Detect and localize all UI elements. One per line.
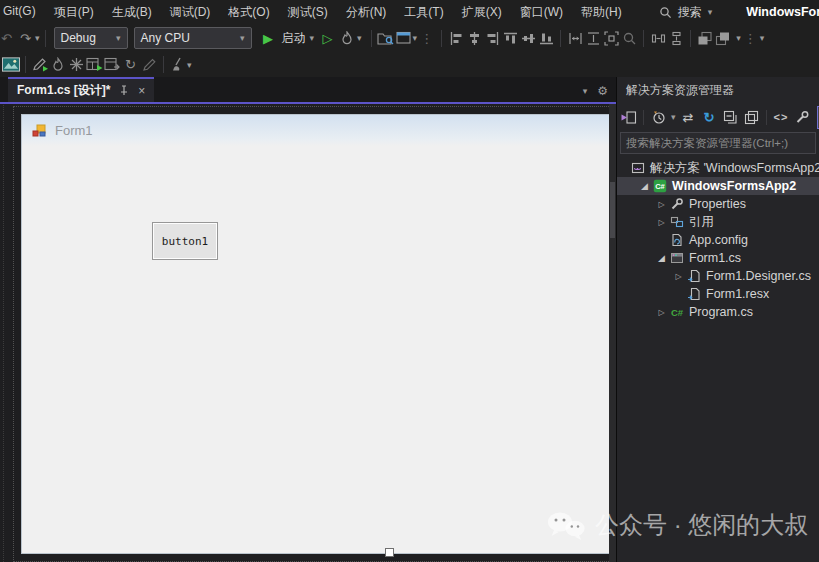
menu-item[interactable]: 窗口(W) xyxy=(511,4,572,21)
tree-row[interactable]: C# C# Program.cs xyxy=(617,303,819,321)
pen-disabled-button[interactable] xyxy=(140,56,158,74)
tree-row[interactable]: C# C# Form1.resx xyxy=(617,285,819,303)
form-client-area[interactable]: button1 xyxy=(22,146,612,553)
zoom-button[interactable] xyxy=(620,29,638,47)
menu-item[interactable]: 测试(S) xyxy=(279,4,337,21)
form-resize-handle[interactable] xyxy=(385,548,394,557)
platform-select[interactable]: Any CPU ▾ xyxy=(134,27,252,49)
search-menu-button[interactable]: 搜索 ▾ xyxy=(651,4,721,21)
horizontal-spacing-button[interactable] xyxy=(649,29,667,47)
vs-window: Git(G)项目(P)生成(B)调试(D)格式(O)测试(S)分析(N)工具(T… xyxy=(0,0,819,562)
properties-button[interactable] xyxy=(794,107,811,127)
tree-row[interactable]: C# C# WindowsFormsApp2 xyxy=(617,177,819,195)
design-form[interactable]: Form1 button1 xyxy=(22,115,612,553)
burst-button[interactable] xyxy=(67,56,85,74)
table-play-button[interactable] xyxy=(85,56,103,74)
gear-icon[interactable]: ⚙ xyxy=(597,84,608,98)
expander-icon[interactable] xyxy=(655,218,668,227)
view-code-button[interactable]: <> xyxy=(773,107,790,127)
send-to-back-button[interactable] xyxy=(714,29,732,47)
document-list-chevron-icon[interactable]: ▾ xyxy=(583,86,588,96)
size-to-grid-button[interactable] xyxy=(602,29,620,47)
tree-row[interactable]: C# C# 解决方案 'WindowsFormsApp2' (1 xyxy=(617,159,819,177)
make-same-width-button[interactable] xyxy=(566,29,584,47)
redo-chevron-icon[interactable]: ▾ xyxy=(35,33,40,43)
align-tops-button[interactable] xyxy=(501,29,519,47)
configuration-select[interactable]: Debug ▾ xyxy=(54,27,128,49)
tree-row[interactable]: C# C# Properties xyxy=(617,195,819,213)
designer-vertical-scrollbar[interactable] xyxy=(609,104,616,562)
collapse-all-button[interactable] xyxy=(722,107,739,127)
solution-search-input[interactable] xyxy=(620,132,816,154)
make-same-height-button[interactable] xyxy=(584,29,602,47)
align-lefts-button[interactable] xyxy=(447,29,465,47)
toolbar-grip-icon[interactable]: ⋮ xyxy=(741,32,760,45)
menu-item[interactable]: 格式(O) xyxy=(219,4,278,21)
toolbar-options-chevron-icon[interactable]: ▾ xyxy=(760,33,765,43)
search-label: 搜索 xyxy=(678,4,702,21)
search-icon xyxy=(659,6,672,19)
scrollbar-thumb[interactable] xyxy=(610,182,615,238)
pending-changes-clock-button[interactable] xyxy=(650,107,667,127)
redo-button[interactable]: ↷ xyxy=(16,32,35,45)
menu-item[interactable]: 分析(N) xyxy=(337,4,396,21)
vertical-spacing-button[interactable] xyxy=(667,29,685,47)
menu-item[interactable]: 工具(T) xyxy=(395,4,452,21)
hot-reload-fire-button[interactable] xyxy=(49,56,67,74)
tree-row[interactable]: C# C# Form1.cs xyxy=(617,249,819,267)
tab-form1-designer[interactable]: Form1.cs [设计]* × xyxy=(8,77,154,102)
menu-item[interactable]: 生成(B) xyxy=(103,4,161,21)
menu-item[interactable]: 扩展(X) xyxy=(453,4,511,21)
pin-icon[interactable] xyxy=(119,85,129,96)
expander-icon[interactable] xyxy=(655,253,668,263)
toolbar-options-chevron-icon[interactable]: ▾ xyxy=(187,60,192,70)
find-in-files-button[interactable] xyxy=(377,29,395,47)
toolbar-separator xyxy=(163,56,164,73)
refresh-icon[interactable]: ↻ xyxy=(701,107,718,127)
align-bottoms-button[interactable] xyxy=(537,29,555,47)
table-arrow-button[interactable] xyxy=(103,56,121,74)
expander-icon[interactable] xyxy=(655,308,668,317)
play-icon: ▶ xyxy=(259,32,278,45)
start-debug-button[interactable]: ▶ 启动 ▾ xyxy=(255,27,319,49)
preview-selected-items-button[interactable] xyxy=(743,107,760,127)
tree-item-icon: C# C# xyxy=(629,161,647,175)
toolbar-separator xyxy=(560,30,561,47)
folder-search-icon xyxy=(377,31,394,46)
close-icon[interactable]: × xyxy=(138,84,145,98)
menu-item[interactable]: 帮助(H) xyxy=(572,4,631,21)
bring-to-front-button[interactable] xyxy=(696,29,714,47)
undo-button[interactable]: ↶ xyxy=(0,32,16,45)
form-app-icon xyxy=(31,123,47,139)
broom-button[interactable] xyxy=(169,56,187,74)
window-icon xyxy=(396,31,412,45)
tree-row[interactable]: C# C# Form1.Designer.cs xyxy=(617,267,819,285)
designer-image-icon xyxy=(2,56,20,74)
menu-item[interactable]: 项目(P) xyxy=(45,4,103,21)
toolbar-grip-icon[interactable]: ⋮ xyxy=(417,32,436,45)
toolbar-separator xyxy=(441,30,442,47)
refresh-button[interactable]: ↻ xyxy=(121,58,140,71)
tree-row[interactable]: C# C# 引用 xyxy=(617,213,819,231)
expander-icon[interactable] xyxy=(638,181,651,191)
align-centers-button[interactable] xyxy=(465,29,483,47)
switch-views-button[interactable] xyxy=(620,107,637,127)
chevron-down-icon[interactable]: ▾ xyxy=(671,112,676,122)
button1-control[interactable]: button1 xyxy=(152,222,218,260)
sync-with-active-document-button[interactable]: ⇄ xyxy=(680,107,697,127)
menu-item[interactable]: Git(G) xyxy=(0,4,45,21)
tab-bar: Form1.cs [设计]* × ▾ ⚙ xyxy=(0,77,616,104)
apply-code-changes-button[interactable] xyxy=(31,56,49,74)
start-without-debug-button[interactable]: ▷ xyxy=(318,32,337,45)
expander-icon[interactable] xyxy=(672,272,685,281)
menu-item[interactable]: 调试(D) xyxy=(161,4,220,21)
hot-reload-button[interactable]: ▾ xyxy=(337,27,366,49)
form-titlebar: Form1 xyxy=(22,115,612,146)
view-designer-button[interactable] xyxy=(395,29,413,47)
align-middles-button[interactable] xyxy=(519,29,537,47)
forms-designer-surface[interactable]: Form1 button1 xyxy=(0,104,616,562)
expander-icon[interactable] xyxy=(655,200,668,209)
tree-row[interactable]: C# C# App.config xyxy=(617,231,819,249)
tree-item-label: Form1.resx xyxy=(703,287,769,301)
align-rights-button[interactable] xyxy=(483,29,501,47)
